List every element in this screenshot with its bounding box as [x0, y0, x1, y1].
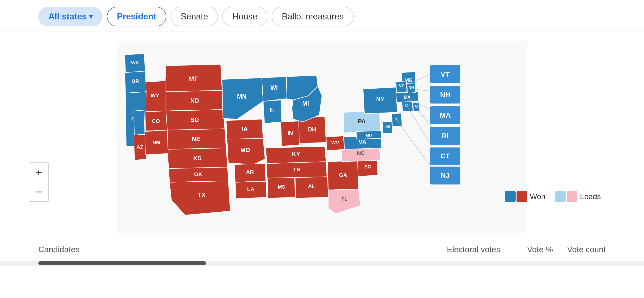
svg-text:TX: TX: [198, 191, 206, 199]
blue-won-swatch: [505, 191, 516, 202]
map-legend: Won Leads: [505, 191, 601, 202]
svg-text:MN: MN: [237, 93, 246, 100]
page-scrollbar[interactable]: [0, 261, 644, 266]
legend-won: Won: [505, 191, 546, 202]
svg-text:WY: WY: [150, 92, 159, 98]
svg-text:NY: NY: [376, 96, 384, 102]
svg-text:WI: WI: [270, 84, 278, 91]
red-leads-swatch: [566, 191, 577, 202]
svg-text:MO: MO: [240, 146, 250, 153]
svg-text:FL: FL: [342, 196, 348, 202]
svg-text:NJ: NJ: [440, 171, 450, 179]
svg-text:MI: MI: [302, 100, 309, 107]
svg-text:SC: SC: [364, 164, 371, 169]
svg-text:VT: VT: [399, 84, 404, 88]
svg-text:VA: VA: [359, 139, 366, 145]
vote-count-header-label: Vote count: [567, 245, 606, 254]
leads-swatches: [555, 191, 577, 202]
zoom-in-button[interactable]: +: [29, 163, 48, 182]
svg-text:NH: NH: [440, 91, 450, 99]
svg-text:WA: WA: [131, 60, 139, 65]
ballot-measures-label: Ballot measures: [282, 12, 344, 22]
zoom-in-label: +: [36, 166, 42, 179]
house-label: House: [232, 12, 257, 22]
svg-text:IL: IL: [270, 107, 275, 113]
svg-text:ND: ND: [190, 97, 199, 104]
president-button[interactable]: President: [107, 7, 166, 26]
zoom-controls: + −: [29, 163, 49, 202]
svg-text:MS: MS: [278, 184, 285, 190]
red-won-swatch: [516, 191, 527, 202]
svg-text:KY: KY: [292, 151, 300, 158]
vote-count-column-header: Vote count: [553, 245, 606, 254]
svg-text:MA: MA: [440, 111, 451, 119]
svg-text:CT: CT: [440, 152, 450, 160]
all-states-button[interactable]: All states ▾: [38, 7, 102, 26]
svg-text:OR: OR: [132, 78, 139, 84]
electoral-votes-header-label: Electoral votes: [447, 245, 500, 254]
svg-text:KS: KS: [193, 155, 202, 162]
results-table-header: Candidates Electoral votes Vote % Vote c…: [0, 238, 644, 261]
svg-text:NM: NM: [152, 139, 160, 145]
svg-text:IA: IA: [242, 125, 248, 132]
svg-text:DE: DE: [386, 125, 390, 129]
president-label: President: [117, 12, 156, 22]
senate-label: Senate: [181, 12, 208, 22]
svg-text:AZ: AZ: [136, 144, 143, 150]
svg-text:MD: MD: [366, 133, 372, 137]
svg-text:RI: RI: [442, 132, 449, 140]
election-map[interactable]: MT ND SD NE KS WY ID UT CO: [14, 41, 630, 233]
svg-text:TN: TN: [293, 166, 300, 173]
svg-text:IN: IN: [288, 130, 293, 136]
svg-text:NE: NE: [192, 135, 200, 142]
chevron-down-icon: ▾: [89, 13, 92, 21]
zoom-out-button[interactable]: −: [29, 182, 48, 201]
svg-text:VT: VT: [440, 70, 450, 78]
map-container: MT ND SD NE KS WY ID UT CO: [0, 32, 644, 238]
leads-label: Leads: [580, 192, 601, 201]
blue-leads-swatch: [555, 191, 566, 202]
vote-pct-column-header: Vote %: [500, 245, 553, 254]
candidates-header-label: Candidates: [38, 245, 80, 254]
ballot-measures-button[interactable]: Ballot measures: [272, 7, 354, 26]
svg-text:CO: CO: [152, 118, 160, 124]
electoral-votes-column-header: Electoral votes: [433, 245, 500, 254]
svg-text:AR: AR: [246, 169, 254, 175]
svg-text:PA: PA: [358, 118, 366, 124]
all-states-label: All states: [48, 12, 87, 22]
svg-text:OH: OH: [308, 126, 316, 133]
vote-pct-header-label: Vote %: [527, 245, 553, 254]
svg-text:AL: AL: [308, 183, 315, 189]
won-swatches: [505, 191, 527, 202]
house-button[interactable]: House: [222, 7, 268, 26]
svg-text:MT: MT: [189, 75, 198, 82]
svg-text:SD: SD: [190, 116, 199, 123]
svg-text:LA: LA: [247, 186, 254, 192]
svg-text:OK: OK: [194, 171, 202, 177]
won-label: Won: [530, 192, 546, 201]
map-wrapper: MT ND SD NE KS WY ID UT CO: [14, 41, 630, 233]
svg-text:WV: WV: [331, 140, 339, 145]
legend-leads: Leads: [555, 191, 601, 202]
svg-text:NC: NC: [357, 150, 365, 156]
top-navigation: All states ▾ President Senate House Ball…: [0, 0, 644, 32]
senate-button[interactable]: Senate: [170, 7, 218, 26]
scrollbar-thumb[interactable]: [38, 261, 206, 265]
candidates-column-header: Candidates: [38, 245, 433, 254]
svg-text:GA: GA: [339, 172, 347, 178]
zoom-out-label: −: [36, 185, 42, 198]
